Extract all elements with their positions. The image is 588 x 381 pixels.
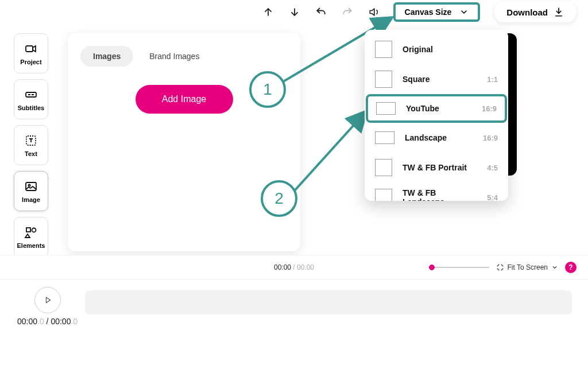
sidebar-item-image[interactable]: Image: [14, 171, 48, 211]
sidebar-item-label: Subtitles: [18, 105, 44, 111]
playhead-time: 00:00 / 00:00: [274, 263, 314, 271]
total-time: 00:00: [297, 263, 314, 271]
volume-icon[interactable]: [368, 6, 380, 18]
canvas-size-label: Canvas Size: [405, 7, 452, 17]
elements-icon: [24, 226, 38, 239]
aspect-thumb-icon: [375, 189, 392, 201]
timeline-area: 00:00.0 / 00:00.0: [0, 280, 588, 381]
callout-badge-2: 2: [261, 180, 297, 217]
option-ratio: 1:1: [487, 75, 498, 84]
sidebar-item-subtitles[interactable]: Subtitles: [14, 79, 48, 119]
canvas-size-dropdown: Original Square 1:1 YouTube 16:9 Landsca…: [365, 30, 508, 201]
svg-point-6: [32, 228, 36, 232]
redo-icon[interactable]: [342, 6, 353, 18]
option-ratio: 16:9: [483, 134, 498, 142]
download-icon: [554, 7, 564, 17]
option-label: Square: [403, 75, 477, 84]
option-label: YouTube: [406, 104, 471, 113]
canvas-size-option-youtube[interactable]: YouTube 16:9: [366, 94, 507, 123]
canvas-size-option-landscape[interactable]: Landscape 16:9: [365, 123, 508, 153]
sidebar-item-label: Elements: [17, 243, 45, 249]
arrow-up-icon[interactable]: [262, 6, 274, 18]
aspect-thumb-icon: [376, 102, 396, 115]
option-label: Original: [403, 45, 488, 54]
canvas-size-option-tw-fb-portrait[interactable]: TW & FB Portrait 4:5: [365, 153, 508, 182]
svg-point-4: [28, 184, 30, 186]
tl-total: 00:00: [51, 317, 71, 326]
undo-icon[interactable]: [315, 6, 327, 18]
option-label: Landscape: [405, 133, 473, 142]
camcorder-icon: [24, 42, 38, 56]
svg-rect-0: [26, 46, 33, 52]
canvas-size-button[interactable]: Canvas Size: [393, 2, 481, 22]
aspect-thumb-icon: [375, 159, 392, 176]
play-button[interactable]: [34, 287, 61, 313]
tl-current-fract: .0: [37, 317, 44, 326]
sidebar-item-elements[interactable]: Elements: [14, 217, 48, 257]
chevron-down-icon: [459, 7, 469, 17]
download-label: Download: [506, 7, 548, 17]
current-time: 00:00: [274, 263, 291, 271]
option-label: TW & FB Portrait: [403, 163, 477, 172]
tab-brand-images[interactable]: Brand Images: [137, 46, 212, 67]
image-icon: [24, 180, 38, 193]
sidebar-item-label: Project: [20, 59, 41, 65]
canvas-size-option-square[interactable]: Square 1:1: [365, 64, 508, 94]
help-button[interactable]: ?: [565, 262, 577, 273]
canvas-size-option-tw-fb-landscape[interactable]: TW & FB Landscape 5:4: [365, 182, 508, 201]
option-ratio: 5:4: [487, 193, 498, 201]
sidebar-item-label: Image: [22, 197, 40, 203]
svg-rect-1: [26, 92, 36, 97]
sidebar-item-project[interactable]: Project: [14, 33, 48, 73]
sidebar-item-label: Text: [25, 151, 37, 157]
timeline-timestamp: 00:00.0 / 00:00.0: [17, 317, 78, 326]
tl-current: 00:00: [17, 317, 37, 326]
chevron-down-icon: [551, 264, 558, 271]
images-panel: Images Brand Images Add Image: [68, 33, 300, 251]
canvas-size-option-original[interactable]: Original: [365, 34, 508, 64]
option-ratio: 16:9: [482, 104, 497, 113]
fit-screen-label: Fit To Screen: [508, 263, 548, 271]
aspect-thumb-icon: [375, 41, 392, 58]
download-button[interactable]: Download: [494, 2, 577, 22]
option-label: TW & FB Landscape: [403, 188, 477, 201]
tool-rail: Project Subtitles Text Image Elements: [14, 33, 49, 288]
add-image-button[interactable]: Add Image: [136, 85, 233, 114]
callout-badge-1: 1: [249, 71, 286, 108]
text-icon: [24, 134, 38, 147]
svg-rect-5: [26, 228, 30, 232]
option-ratio: 4:5: [487, 164, 498, 172]
zoom-slider[interactable]: [432, 267, 489, 268]
aspect-thumb-icon: [375, 131, 394, 144]
subtitles-icon: [24, 88, 38, 102]
arrow-down-icon[interactable]: [289, 6, 300, 18]
tl-total-fract: .0: [71, 317, 78, 326]
tl-sep: /: [44, 317, 51, 326]
sidebar-item-text[interactable]: Text: [14, 125, 48, 165]
fit-to-screen-button[interactable]: Fit To Screen: [496, 263, 558, 271]
status-bar: 00:00 / 00:00 Fit To Screen ?: [0, 255, 588, 280]
play-icon: [43, 296, 52, 305]
fit-screen-icon: [496, 263, 504, 271]
svg-rect-3: [26, 182, 36, 190]
tab-images[interactable]: Images: [80, 46, 133, 67]
timeline-track[interactable]: [85, 290, 572, 314]
svg-line-11: [291, 112, 365, 195]
aspect-thumb-icon: [375, 71, 392, 88]
